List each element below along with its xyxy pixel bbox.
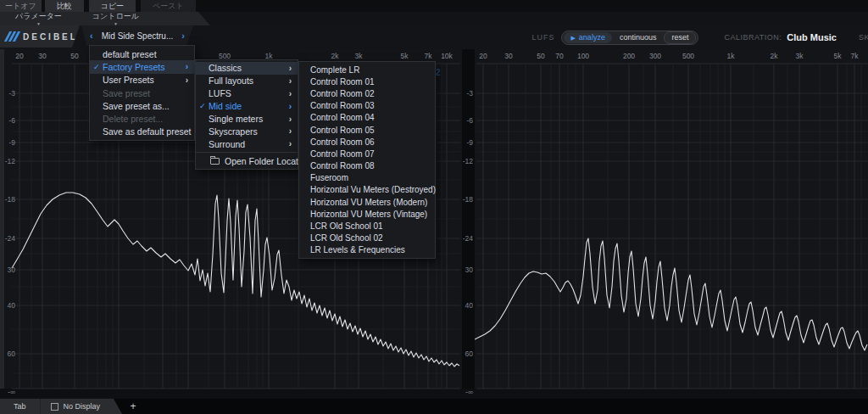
menu-item-horizontal-vu-meters-modern[interactable]: Horizontal VU Meters (Modern) bbox=[299, 196, 435, 208]
menu-item-horizontal-vu-meters-destroyed[interactable]: Horizontal Vu Meters (Destroyed) bbox=[299, 184, 435, 196]
db-tick-right-12: -12 bbox=[459, 157, 473, 165]
analyze-label: analyze bbox=[579, 33, 605, 42]
menu-item-label: Control Room 08 bbox=[310, 161, 429, 171]
calibration-label: CALIBRATION: bbox=[724, 33, 782, 42]
freq-tick-right-300: 300 bbox=[649, 52, 661, 60]
menu-item-control-room-04[interactable]: Control Room 04 bbox=[299, 112, 435, 124]
menu-item-label: Control Room 05 bbox=[310, 126, 429, 135]
spectrum-canvas-right bbox=[475, 49, 868, 399]
freq-tick-left-3k: 3k bbox=[355, 52, 363, 60]
menu-item-surround[interactable]: Surround› bbox=[196, 137, 298, 150]
db-tick-left-3: -3 bbox=[2, 89, 15, 98]
host-nav-bar: パラメーター ▼ コントロール ▼ bbox=[0, 12, 868, 25]
display-tabs: Tab No Display bbox=[0, 399, 122, 414]
menu-item-fuseroom[interactable]: Fuseroom bbox=[299, 172, 435, 184]
menu-item-control-room-07[interactable]: Control Room 07 bbox=[299, 148, 435, 159]
freq-tick-left-5k: 5k bbox=[401, 52, 409, 60]
calibration-value[interactable]: Club Music bbox=[787, 32, 837, 42]
menu-item-label: Control Room 03 bbox=[310, 101, 429, 110]
folder-icon bbox=[210, 158, 220, 165]
submenu-arrow-icon: › bbox=[289, 76, 292, 86]
copy-button[interactable]: コピー bbox=[89, 0, 136, 12]
menu-item-label: Horizontal Vu Meters (Destroyed) bbox=[310, 185, 436, 194]
freq-tick-right-5k: 5k bbox=[834, 52, 842, 60]
no-display-label: No Display bbox=[64, 402, 101, 411]
menu-item-full-layouts[interactable]: Full layouts› bbox=[196, 75, 298, 87]
tab-tab[interactable]: Tab bbox=[0, 399, 41, 414]
db-tick-left-24: -24 bbox=[2, 234, 15, 243]
freq-tick-left-7k: 7k bbox=[425, 52, 432, 60]
freq-tick-right-70: 70 bbox=[555, 52, 563, 60]
menu-item-classics[interactable]: Classics› bbox=[196, 62, 298, 75]
preset-menu: default preset✓Factory Presets›User Pres… bbox=[89, 45, 195, 141]
db-tick-left-30: 30 bbox=[2, 266, 15, 274]
menu-item-control-room-03[interactable]: Control Room 03 bbox=[299, 100, 435, 112]
freq-tick-right-20: 20 bbox=[479, 52, 487, 60]
db-tick-right-40: 40 bbox=[459, 301, 473, 310]
menu-item-default-preset[interactable]: default preset bbox=[90, 48, 194, 60]
add-tab-button[interactable]: + bbox=[122, 399, 144, 414]
auto-off-button[interactable]: ートオフ bbox=[0, 0, 42, 12]
menu-item-open-folder-location[interactable]: Open Folder Location bbox=[196, 154, 298, 167]
freq-tick-right-3k: 3k bbox=[796, 52, 804, 60]
menu-item-label: Fuseroom bbox=[310, 173, 429, 182]
menu-item-label: LCR Old School 01 bbox=[310, 221, 429, 231]
next-preset-chevron[interactable]: › bbox=[181, 31, 185, 41]
menu-item-horizontal-vu-meters-vintage[interactable]: Horizontal VU Meters (Vintage) bbox=[299, 208, 435, 220]
reset-button[interactable]: reset bbox=[664, 31, 696, 44]
db-tick-right-9: -9 bbox=[459, 138, 473, 147]
decibel-plugin-window: ートオフ 比較 コピー ペースト パラメーター ▼ コントロール ▼ DECIB… bbox=[0, 0, 868, 414]
menu-item-single-meters[interactable]: Single meters› bbox=[196, 113, 298, 126]
menu-item-lcr-old-school-02[interactable]: LCR Old School 02 bbox=[299, 232, 435, 244]
menu-item-save-preset[interactable]: Save preset bbox=[90, 87, 194, 99]
checkmark-icon: ✓ bbox=[199, 102, 209, 110]
menu-item-save-as-default-preset[interactable]: Save as default preset bbox=[90, 126, 194, 138]
menu-item-label: Save preset bbox=[103, 88, 188, 98]
continuous-button[interactable]: continuous bbox=[612, 33, 665, 42]
freq-tick-right-100: 100 bbox=[577, 52, 589, 60]
db-tick-left-60: 60 bbox=[2, 350, 15, 358]
freq-tick-left-20: 20 bbox=[15, 52, 23, 60]
db-tick-right-18: -18 bbox=[459, 195, 473, 204]
freq-tick-left-30: 30 bbox=[38, 52, 46, 60]
tab-no-display[interactable]: No Display bbox=[41, 399, 111, 414]
menu-item-save-preset-as[interactable]: Save preset as... bbox=[90, 99, 194, 112]
parameters-dropdown[interactable]: パラメーター ▼ bbox=[0, 12, 77, 25]
submenu-arrow-icon: › bbox=[289, 115, 292, 124]
menu-item-control-room-02[interactable]: Control Room 02 bbox=[299, 87, 435, 99]
spectrum-curve-right bbox=[475, 238, 867, 350]
prev-preset-chevron[interactable]: ‹ bbox=[90, 31, 93, 41]
db-tick-left-40: 40 bbox=[2, 301, 15, 310]
preset-selector[interactable]: ‹ Mid Side Spectru... › bbox=[81, 25, 193, 46]
menu-item-complete-lr[interactable]: Complete LR bbox=[299, 64, 435, 76]
display-tab-bar: Tab No Display + bbox=[0, 399, 868, 414]
play-icon: ▶ bbox=[570, 35, 575, 41]
submenu-arrow-icon: › bbox=[289, 139, 292, 148]
menu-item-lcr-old-school-01[interactable]: LCR Old School 01 bbox=[299, 220, 435, 232]
parameters-label: パラメーター bbox=[15, 13, 62, 20]
menu-item-control-room-01[interactable]: Control Room 01 bbox=[299, 76, 435, 87]
preset-name[interactable]: Mid Side Spectru... bbox=[102, 31, 173, 41]
menu-item-control-room-06[interactable]: Control Room 06 bbox=[299, 136, 435, 148]
menu-item-label: Single meters bbox=[209, 114, 282, 124]
freq-tick-right-30: 30 bbox=[504, 52, 512, 60]
menu-item-lr-levels-frequencies[interactable]: LR Levels & Frequencies bbox=[299, 244, 435, 256]
menu-item-factory-presets[interactable]: ✓Factory Presets› bbox=[90, 60, 194, 73]
analyze-button[interactable]: ▶ analyze bbox=[564, 32, 611, 43]
menu-item-delete-preset[interactable]: Delete preset... bbox=[90, 112, 194, 125]
paste-button[interactable]: ペースト bbox=[141, 0, 196, 12]
host-nav-group: パラメーター ▼ コントロール ▼ bbox=[0, 12, 210, 25]
compare-button[interactable]: 比較 bbox=[45, 0, 84, 12]
menu-item-lufs[interactable]: LUFS› bbox=[196, 87, 298, 100]
menu-item-user-presets[interactable]: User Presets› bbox=[90, 74, 194, 87]
menu-item-control-room-08[interactable]: Control Room 08 bbox=[299, 160, 435, 172]
header-right-controls: LUFS ▶ analyze continuous reset CALIBRAT… bbox=[531, 25, 868, 49]
menu-item-mid-side[interactable]: ✓Mid side› bbox=[196, 100, 298, 113]
lufs-controls: ▶ analyze continuous reset bbox=[561, 31, 698, 45]
submenu-arrow-icon: › bbox=[186, 62, 188, 71]
menu-item-label: Mid side bbox=[209, 101, 282, 111]
skin-label: SKIN bbox=[859, 33, 868, 42]
menu-item-control-room-05[interactable]: Control Room 05 bbox=[299, 124, 435, 136]
control-dropdown[interactable]: コントロール ▼ bbox=[77, 12, 154, 25]
menu-item-skyscrapers[interactable]: Skyscrapers› bbox=[196, 125, 298, 137]
